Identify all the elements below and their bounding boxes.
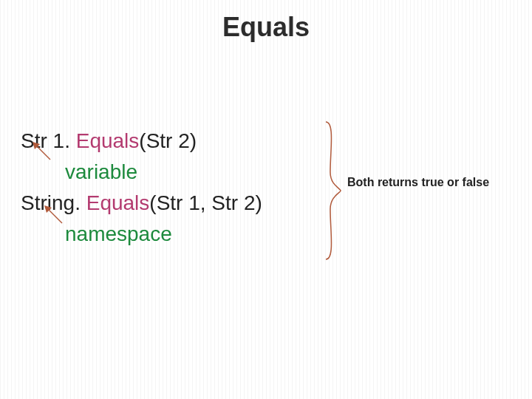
text-args-2: (Str 1, Str 2) [149,191,262,214]
arrow-icon [31,142,53,164]
slide-title: Equals [0,12,532,43]
arrow-icon [43,205,65,228]
text-equals-1: Equals [76,129,140,152]
label-namespace: namespace [65,219,301,250]
brace-icon [321,120,342,261]
side-note: Both returns true or false [347,176,489,189]
code-block: Str 1. Equals(Str 2) variable String. Eq… [21,126,301,250]
label-variable: variable [65,157,301,188]
text-args-1: (Str 2) [139,129,197,152]
code-line-1: Str 1. Equals(Str 2) [21,126,301,157]
text-equals-2: Equals [86,191,150,214]
svg-line-2 [47,208,62,223]
svg-line-0 [35,145,50,160]
